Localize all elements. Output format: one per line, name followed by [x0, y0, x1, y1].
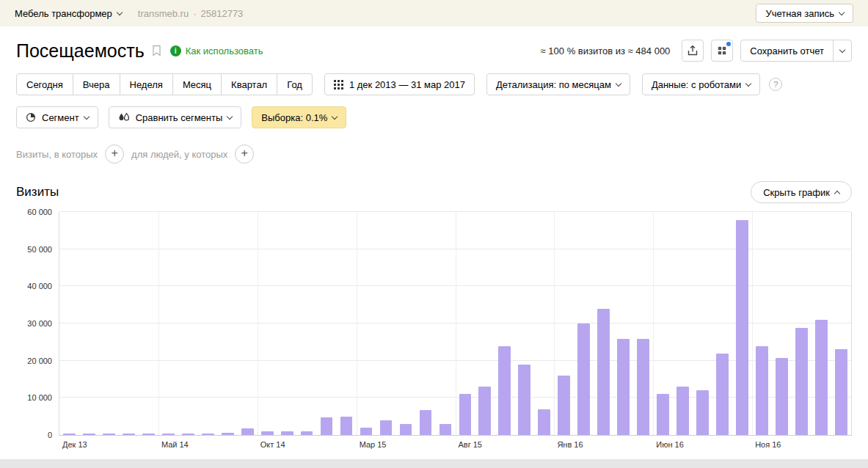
chart-bar[interactable] [736, 220, 748, 435]
account-button-label: Учетная запись [765, 8, 834, 19]
chart-bar[interactable] [380, 420, 393, 435]
chart-bar[interactable] [440, 424, 452, 435]
chart-bar[interactable] [162, 434, 175, 435]
tab-yesterday[interactable]: Вчера [73, 73, 120, 95]
help-icon[interactable]: ? [769, 78, 782, 91]
tab-quarter[interactable]: Квартал [221, 73, 277, 95]
bar-slot [178, 212, 198, 435]
bar-slot [337, 212, 357, 435]
page-title: Посещаемость [16, 40, 145, 62]
bar-slot [594, 212, 613, 435]
chart-bar[interactable] [756, 346, 768, 435]
bar-slot [395, 212, 415, 435]
title-actions: ≈ 100 % визитов из ≈ 484 000 Сохранить о… [541, 40, 852, 62]
chart-bar[interactable] [617, 339, 630, 435]
add-people-condition-button[interactable]: + [235, 145, 254, 164]
tab-year[interactable]: Год [277, 73, 313, 95]
bar-slot [218, 212, 238, 435]
chart-bar[interactable] [538, 409, 550, 435]
bars-layer [59, 212, 851, 435]
x-axis-label: Май 14 [161, 440, 189, 449]
detalization-label: Детализация: по месяцам [496, 79, 611, 90]
chart-bar[interactable] [498, 346, 511, 435]
sampling-button[interactable]: Выборка: 0.1% [252, 106, 346, 128]
chart-bar[interactable] [360, 428, 373, 435]
save-report-button[interactable]: Сохранить отчет [740, 40, 834, 62]
chart-header: Визиты Скрыть график [16, 181, 852, 203]
export-button[interactable] [682, 40, 704, 62]
how-to-use-link[interactable]: Как использовать [186, 45, 263, 56]
chart-bar[interactable] [716, 354, 729, 435]
add-visit-condition-button[interactable]: + [105, 145, 124, 164]
date-range-button[interactable]: 1 дек 2013 — 31 мар 2017 [324, 73, 475, 95]
chart-bar[interactable] [577, 323, 590, 435]
data-mode-select[interactable]: Данные: с роботами [642, 73, 760, 95]
chart-bar[interactable] [637, 339, 649, 435]
compare-drops-icon [118, 112, 130, 123]
y-axis-label: 20 000 [27, 357, 52, 365]
y-axis-label: 40 000 [27, 282, 52, 290]
chart-bar[interactable] [558, 376, 570, 435]
x-axis-label: Окт 14 [260, 440, 285, 449]
chart-bar[interactable] [222, 433, 234, 435]
chart-bar[interactable] [795, 328, 808, 435]
chart-bar[interactable] [123, 434, 135, 435]
tab-today[interactable]: Сегодня [16, 73, 73, 95]
chart-bar[interactable] [83, 434, 95, 435]
chart-bar[interactable] [657, 394, 669, 435]
chart-bar[interactable] [478, 387, 491, 435]
chart-bar[interactable] [597, 309, 610, 435]
chart-bar[interactable] [142, 434, 155, 435]
save-report-dropdown[interactable] [833, 40, 852, 62]
chart-bar[interactable] [676, 387, 689, 435]
bookmark-icon[interactable] [152, 45, 161, 56]
chart-bar[interactable] [696, 390, 709, 435]
y-axis-label: 50 000 [27, 245, 52, 254]
bar-slot [357, 212, 376, 435]
chart-bar[interactable] [420, 410, 432, 435]
chart-bar[interactable] [63, 434, 76, 435]
counter-name: Мебель трансформер [15, 8, 112, 19]
chart-bar[interactable] [776, 358, 788, 435]
chart-bar[interactable] [182, 434, 194, 435]
chart-bar[interactable] [241, 428, 254, 435]
site-domain: transmeb.ru [138, 8, 189, 19]
bar-slot [495, 212, 514, 435]
hide-chart-label: Скрыть график [763, 187, 830, 198]
chart-bar[interactable] [835, 349, 847, 435]
compare-segments-button[interactable]: Сравнить сегменты [109, 106, 242, 128]
counter-picker[interactable]: Мебель трансформер [15, 8, 122, 19]
chevron-down-icon [227, 113, 233, 119]
chart-bar[interactable] [261, 431, 274, 435]
bar-slot [831, 212, 851, 435]
x-axis-label: Янв 16 [557, 440, 583, 449]
bar-slot [792, 212, 812, 435]
widgets-button[interactable] [711, 40, 733, 62]
detalization-select[interactable]: Детализация: по месяцам [486, 73, 630, 95]
bar-slot [574, 212, 594, 435]
info-icon: i [170, 45, 181, 56]
chart-bar[interactable] [103, 434, 115, 435]
chart-bar[interactable] [518, 365, 530, 435]
chart-bar[interactable] [202, 434, 214, 435]
chevron-down-icon [839, 9, 845, 15]
chart-bar[interactable] [340, 417, 353, 435]
chart-bar[interactable] [301, 431, 313, 435]
account-button[interactable]: Учетная запись [756, 4, 853, 23]
hide-chart-button[interactable]: Скрыть график [751, 181, 852, 203]
segment-label: Сегмент [42, 112, 79, 123]
segment-button[interactable]: Сегмент [16, 106, 98, 128]
bar-slot [673, 212, 693, 435]
tab-week[interactable]: Неделя [120, 73, 173, 95]
bar-slot [752, 212, 772, 435]
bar-slot [455, 212, 475, 435]
y-axis-label: 60 000 [27, 208, 52, 216]
chart-bar[interactable] [815, 320, 828, 435]
chart-bar[interactable] [281, 431, 293, 435]
chart-bar[interactable] [459, 394, 472, 435]
chart-bar[interactable] [400, 424, 412, 435]
chevron-up-icon [834, 190, 840, 196]
plus-icon: + [111, 147, 117, 160]
chart-bar[interactable] [321, 417, 333, 435]
tab-month[interactable]: Месяц [172, 73, 222, 95]
